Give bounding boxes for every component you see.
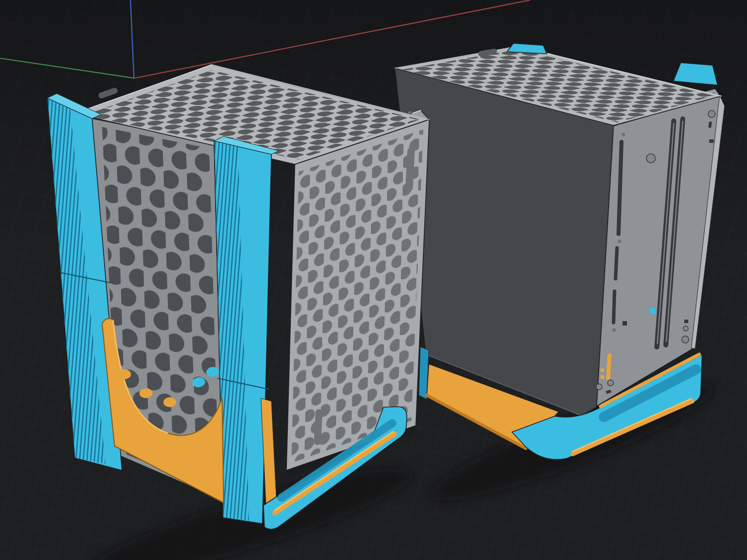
screw-hole bbox=[408, 111, 412, 114]
viewport-canvas[interactable] bbox=[0, 0, 747, 560]
usb-slot-orange bbox=[608, 355, 610, 378]
rear-square-cutout bbox=[622, 321, 627, 326]
rear-slot-short bbox=[614, 291, 615, 323]
pc-case-rear-view[interactable] bbox=[395, 43, 725, 459]
screw-hole bbox=[613, 329, 616, 332]
power-jack bbox=[708, 111, 715, 117]
viewport-stage bbox=[0, 0, 747, 560]
screw-hole bbox=[618, 240, 622, 243]
screw-hole bbox=[622, 133, 625, 136]
jack-hole bbox=[683, 326, 688, 331]
rear-square-cutout bbox=[684, 320, 688, 323]
audio-jack bbox=[596, 384, 602, 390]
cyan-corner-tab[interactable] bbox=[507, 43, 547, 54]
rear-slot-short bbox=[616, 248, 617, 279]
cyan-corner-tab[interactable] bbox=[673, 63, 718, 85]
see-through-hole-orange bbox=[163, 397, 176, 407]
jack-hole bbox=[682, 336, 689, 343]
rear-square-cutout bbox=[709, 139, 714, 143]
see-through-hole-orange bbox=[139, 388, 152, 398]
thumbscrew-hole bbox=[646, 154, 655, 163]
usb-port-orange bbox=[601, 375, 604, 379]
usb-port-orange bbox=[601, 368, 604, 372]
audio-jack bbox=[608, 380, 614, 386]
see-through-hole-orange bbox=[118, 369, 131, 379]
